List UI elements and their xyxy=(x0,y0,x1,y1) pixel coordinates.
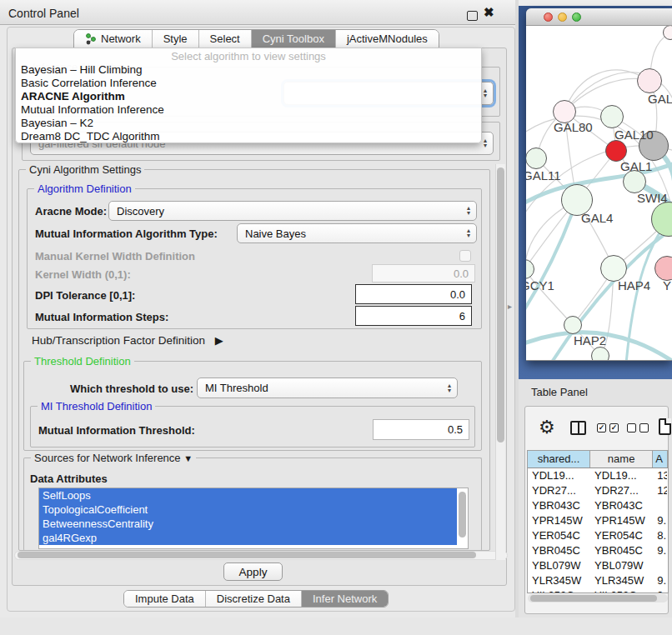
combo-arrows-icon: ▴▾ xyxy=(484,88,487,98)
network-canvas[interactable]: GALGAL80GAL10GAL1GAL11SWI4GAL4GCY1HAP4YH… xyxy=(526,26,672,360)
sources-group-title[interactable]: Sources for Network Inference ▼ xyxy=(31,452,196,464)
network-node[interactable] xyxy=(623,170,646,193)
tab-jactivemnodules[interactable]: jActiveMNodules xyxy=(336,30,439,48)
apply-button[interactable]: Apply xyxy=(223,562,283,581)
tab-network[interactable]: Network xyxy=(74,30,153,48)
which-threshold-combobox[interactable]: MI Threshold ▴▾ xyxy=(197,378,458,398)
algorithm-option[interactable]: Bayesian – K2 xyxy=(16,117,481,130)
algorithm-option[interactable]: Basic Correlation Inference xyxy=(16,77,481,90)
manual-kernel-checkbox[interactable] xyxy=(459,250,471,262)
attributes-vertical-scrollbar[interactable] xyxy=(459,492,466,538)
manual-kernel-label: Manual Kernel Width Definition xyxy=(35,250,195,262)
checked-checkbox-icon[interactable]: ✓ xyxy=(597,423,606,432)
tab-label: Impute Data xyxy=(135,592,194,605)
node-label: GAL80 xyxy=(554,120,593,134)
table-row[interactable]: YER054CYER054C8. xyxy=(528,528,668,543)
table-cell: YBR045C xyxy=(590,543,653,558)
tab-infer-network[interactable]: Infer Network xyxy=(302,591,388,607)
column-header-name[interactable]: name xyxy=(590,451,653,468)
attribute-item-selected[interactable]: gal4RGexp xyxy=(39,531,457,545)
table-row[interactable]: YBR045CYBR045C9. xyxy=(528,543,668,558)
table-horizontal-scrollbar-thumb[interactable] xyxy=(530,595,657,602)
table-cell: YLR345W xyxy=(528,573,590,588)
tab-label: Network xyxy=(101,32,141,45)
column-layout-icon[interactable] xyxy=(570,421,586,435)
table-settings-gear-icon[interactable]: ⚙ xyxy=(539,417,555,438)
algorithm-option-selected[interactable]: ARACNE Algorithm xyxy=(16,90,481,103)
network-node[interactable] xyxy=(600,105,624,128)
table-header-row: shared... name A xyxy=(528,451,668,468)
tab-label: jActiveMNodules xyxy=(347,32,428,45)
table-row[interactable]: YLR345WYLR345W9. xyxy=(528,573,668,588)
table-row[interactable]: YDR27...YDR27...12 xyxy=(528,483,668,498)
tab-discretize-data[interactable]: Discretize Data xyxy=(206,591,302,607)
network-node[interactable] xyxy=(591,347,609,360)
mi-type-label: Mutual Information Algorithm Type: xyxy=(35,228,218,240)
table-row[interactable]: YPR145WYPR145W9. xyxy=(528,513,668,528)
mi-type-value: Naive Bayes xyxy=(245,228,306,240)
node-label: SWI4 xyxy=(637,191,668,205)
table-row[interactable]: YIL052CYIL052C9 xyxy=(528,588,668,593)
table-cell: YIL052C xyxy=(528,588,590,593)
close-traffic-light[interactable] xyxy=(544,12,553,22)
algorithm-option[interactable]: Mutual Information Inference xyxy=(16,103,481,117)
attribute-item-selected[interactable]: SelfLoops xyxy=(39,488,457,502)
checked-checkbox-icon[interactable]: ✓ xyxy=(609,423,619,432)
control-panel-title: Control Panel xyxy=(8,7,79,20)
tab-style[interactable]: Style xyxy=(153,30,199,48)
tab-label: Cyni Toolbox xyxy=(263,32,324,45)
column-header-shared-name[interactable]: shared... xyxy=(528,451,590,468)
table-cell xyxy=(653,558,668,573)
combo-arrows-icon: ▴▾ xyxy=(448,383,451,393)
mi-threshold-field[interactable]: 0.5 xyxy=(373,419,469,440)
data-attributes-list: SelfLoops TopologicalCoefficient Between… xyxy=(38,488,469,549)
zoom-traffic-light[interactable] xyxy=(572,12,581,22)
tab-label: Discretize Data xyxy=(217,592,290,605)
table-cell: YBL079W xyxy=(590,558,653,573)
table-row[interactable]: YBL079WYBL079W xyxy=(528,558,668,573)
network-node[interactable] xyxy=(637,68,662,93)
algorithm-option[interactable]: Dream8 DC_TDC Algorithm xyxy=(16,130,481,143)
cyni-bottom-tabs: Impute Data Discretize Data Infer Networ… xyxy=(123,590,389,608)
network-node[interactable] xyxy=(526,148,547,169)
table-cell: YDR27... xyxy=(528,483,590,498)
minimize-traffic-light[interactable] xyxy=(558,12,567,22)
screen: Control Panel ✖ ▸ Network Style Select C… xyxy=(0,0,672,635)
splitter-handle-icon[interactable]: ▸ xyxy=(508,302,512,311)
aracne-mode-combobox[interactable]: Discovery ▴▾ xyxy=(108,201,477,221)
settings-vertical-scrollbar-thumb[interactable] xyxy=(497,168,504,442)
kernel-width-field[interactable]: 0.0 xyxy=(372,264,475,282)
mi-type-combobox[interactable]: Naive Bayes ▴▾ xyxy=(237,223,477,243)
table-body: YDL19...YDL19...13YDR27...YDR27...12YBR0… xyxy=(528,468,668,593)
attribute-item-selected[interactable]: BetweennessCentrality xyxy=(39,517,457,531)
table-row[interactable]: YDL19...YDL19...13 xyxy=(528,468,668,483)
attribute-item-selected[interactable]: TopologicalCoefficient xyxy=(39,502,457,517)
table-cell: 9. xyxy=(653,573,668,588)
combo-arrows-icon: ▴▾ xyxy=(467,206,470,216)
float-panel-icon[interactable] xyxy=(467,11,478,21)
column-header-clipped[interactable]: A xyxy=(653,451,668,468)
close-panel-icon[interactable]: ✖ xyxy=(484,5,494,20)
footer-strip xyxy=(0,618,672,635)
network-node[interactable] xyxy=(564,316,582,334)
table-cell: YPR145W xyxy=(590,513,653,528)
tab-cyni-toolbox[interactable]: Cyni Toolbox xyxy=(252,30,336,48)
table-cell: YIL052C xyxy=(590,588,653,593)
aracne-mode-value: Discovery xyxy=(117,205,164,218)
table-panel-title: Table Panel xyxy=(531,386,588,398)
file-export-icon[interactable] xyxy=(659,418,671,435)
hub-section-toggle[interactable]: Hub/Transcription Factor Definition ▶ xyxy=(32,334,223,347)
tab-impute-data[interactable]: Impute Data xyxy=(124,591,206,607)
table-row[interactable]: YBR043CYBR043C xyxy=(528,498,668,513)
settings-horizontal-scrollbar-thumb[interactable] xyxy=(18,552,476,558)
mi-threshold-group-title: MI Threshold Definition xyxy=(38,400,155,412)
dpi-tolerance-field[interactable]: 0.0 xyxy=(355,284,472,304)
algorithm-option[interactable]: Bayesian – Hill Climbing xyxy=(16,63,481,77)
mi-steps-field[interactable]: 6 xyxy=(355,306,472,326)
table-cell: 13 xyxy=(653,468,668,483)
unchecked-checkbox-icon[interactable] xyxy=(627,423,636,432)
table-cell: YER054C xyxy=(590,528,653,543)
tab-select[interactable]: Select xyxy=(199,30,252,48)
dpi-tolerance-label: DPI Tolerance [0,1]: xyxy=(35,289,135,302)
unchecked-checkbox-icon[interactable] xyxy=(639,423,649,432)
